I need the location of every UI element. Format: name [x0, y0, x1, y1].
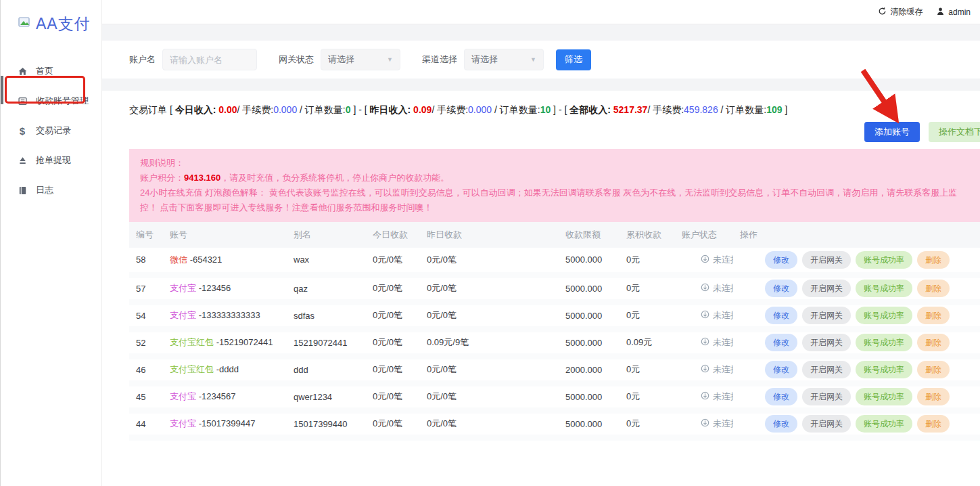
success-rate-button[interactable]: 账号成功率 [856, 280, 912, 297]
success-rate-button[interactable]: 账号成功率 [856, 415, 912, 433]
col-status: 账户状态 [675, 222, 733, 248]
chevron-down-icon: ▼ [387, 56, 393, 63]
account-number: -dddd [216, 364, 239, 374]
cell-total: 0.09元 [620, 329, 675, 356]
user-menu[interactable]: admin [936, 7, 971, 18]
delete-button[interactable]: 删除 [917, 280, 950, 297]
channel-select[interactable]: 请选择 ▼ [464, 49, 544, 70]
cell-total: 0元 [620, 410, 675, 437]
account-name-input[interactable] [162, 49, 257, 70]
sidebar-item-0[interactable]: 首页 [1, 56, 101, 86]
clear-cache-button[interactable]: 清除缓存 [878, 6, 923, 18]
delete-button[interactable]: 删除 [917, 388, 950, 405]
cell-today: 0元/0笔 [366, 356, 420, 383]
filter-button[interactable]: 筛选 [556, 49, 591, 70]
not-connected-icon [701, 310, 709, 321]
cell-account: 支付宝 -133333333333 [163, 302, 287, 329]
delete-button[interactable]: 删除 [917, 361, 950, 378]
open-gateway-button[interactable]: 开启网关 [802, 415, 851, 433]
table-row: 52支付宝红包 -15219072441152190724410元/0笔0.09… [129, 329, 980, 356]
app-logo[interactable]: AA支付 [1, 0, 101, 35]
cell-today: 0元/0笔 [366, 383, 420, 410]
rules-notice: 规则说明： 账户积分：9413.160，请及时充值，负分系统将停机，停止你商户的… [129, 149, 980, 222]
edit-button[interactable]: 修改 [765, 361, 797, 378]
account-number: -654321 [190, 255, 223, 265]
edit-button[interactable]: 修改 [765, 415, 797, 433]
open-gateway-button[interactable]: 开启网关 [802, 388, 851, 405]
delete-button[interactable]: 删除 [917, 415, 950, 433]
cell-actions: 修改开启网关账号成功率删除 [733, 302, 980, 329]
channel-label: 支付宝 [170, 283, 196, 293]
channel-select-value: 请选择 [471, 53, 498, 66]
edit-button[interactable]: 修改 [765, 334, 797, 351]
success-rate-button[interactable]: 账号成功率 [856, 307, 912, 324]
col-limit: 收款限额 [559, 222, 620, 248]
cell-alias: ddd [287, 356, 366, 383]
open-gateway-button[interactable]: 开启网关 [802, 307, 851, 324]
open-gateway-button[interactable]: 开启网关 [802, 251, 851, 269]
cell-today: 0元/0笔 [366, 410, 420, 437]
delete-button[interactable]: 删除 [917, 251, 950, 269]
sidebar-item-label: 收款账号管理 [36, 95, 89, 107]
col-alias: 别名 [287, 222, 366, 248]
cell-id: 52 [129, 329, 163, 356]
transactions-summary: 交易订单 [ 今日收入: 0.00/ 手续费:0.000 / 订单数量:0 ] … [129, 104, 980, 116]
edit-button[interactable]: 修改 [765, 251, 797, 269]
cell-actions: 修改开启网关账号成功率删除 [733, 383, 980, 410]
success-rate-button[interactable]: 账号成功率 [856, 251, 912, 269]
cell-today: 0元/0笔 [366, 275, 420, 302]
cell-actions: 修改开启网关账号成功率删除 [733, 329, 980, 356]
table-row: 46支付宝红包 -ddddddd0元/0笔0元/0笔2000.0000元未连接修… [129, 356, 980, 383]
dollar-icon: $ [17, 125, 28, 136]
cell-limit: 5000.000 [559, 329, 620, 356]
sidebar-item-3[interactable]: 抢单提现 [1, 146, 101, 175]
channel-label: 支付宝 [170, 391, 196, 401]
not-connected-icon [701, 391, 709, 402]
sidebar-item-4[interactable]: 日志 [1, 175, 101, 205]
success-rate-button[interactable]: 账号成功率 [856, 334, 912, 351]
notice-line1: 账户积分：9413.160，请及时充值，负分系统将停机，停止你商户的收款功能。 [140, 171, 969, 185]
add-account-button[interactable]: 添加账号 [864, 122, 920, 142]
username: admin [948, 7, 971, 17]
cell-status: 未连接 [675, 329, 733, 356]
edit-button[interactable]: 修改 [765, 307, 797, 324]
open-gateway-button[interactable]: 开启网关 [802, 334, 851, 351]
doc-download-button[interactable]: 操作文档下载 [929, 122, 980, 142]
status-label: 未连接 [713, 282, 733, 294]
success-rate-button[interactable]: 账号成功率 [856, 388, 912, 405]
content-panel: 交易订单 [ 今日收入: 0.00/ 手续费:0.000 / 订单数量:0 ] … [102, 91, 980, 486]
account-number: -123456 [199, 283, 231, 293]
cell-actions: 修改开启网关账号成功率删除 [733, 275, 980, 302]
toolbar: 添加账号 操作文档下载 [129, 122, 980, 142]
home-icon [17, 66, 28, 76]
not-connected-icon [701, 418, 709, 429]
table-row: 58微信 -654321wax0元/0笔0元/0笔5000.0000元未连接修改… [129, 248, 980, 275]
open-gateway-button[interactable]: 开启网关 [802, 361, 851, 378]
status-label: 未连接 [713, 336, 733, 349]
edit-button[interactable]: 修改 [765, 388, 797, 405]
gateway-status-select[interactable]: 请选择 ▼ [321, 49, 400, 70]
sidebar-item-1[interactable]: 收款账号管理 [1, 86, 101, 116]
open-gateway-button[interactable]: 开启网关 [802, 280, 851, 297]
sidebar-item-label: 首页 [36, 65, 53, 77]
sidebar-item-label: 日志 [36, 184, 53, 196]
notice-title: 规则说明： [140, 156, 969, 171]
cell-limit: 5000.000 [559, 275, 620, 302]
delete-button[interactable]: 删除 [917, 307, 950, 324]
cell-account: 支付宝红包 -15219072441 [163, 329, 287, 356]
cell-account: 支付宝 -1234567 [163, 383, 287, 410]
cell-today: 0元/0笔 [366, 329, 420, 356]
col-yesterday: 昨日收款 [420, 222, 559, 248]
app-title: AA支付 [36, 14, 91, 35]
channel-label: 支付宝红包 [170, 364, 214, 374]
account-name-label: 账户名 [129, 53, 156, 66]
not-connected-icon [701, 255, 709, 265]
accounts-table: 编号 账号 别名 今日收款 昨日收款 收款限额 累积收款 账户状态 操作 58微… [129, 222, 980, 441]
status-label: 未连接 [713, 254, 733, 266]
delete-button[interactable]: 删除 [917, 334, 950, 351]
cell-total: 0元 [620, 248, 675, 275]
sidebar-item-2[interactable]: $交易记录 [1, 116, 101, 146]
success-rate-button[interactable]: 账号成功率 [856, 361, 912, 378]
edit-button[interactable]: 修改 [765, 280, 797, 297]
table-row: 54支付宝 -133333333333sdfas0元/0笔0元/0笔5000.0… [129, 302, 980, 329]
